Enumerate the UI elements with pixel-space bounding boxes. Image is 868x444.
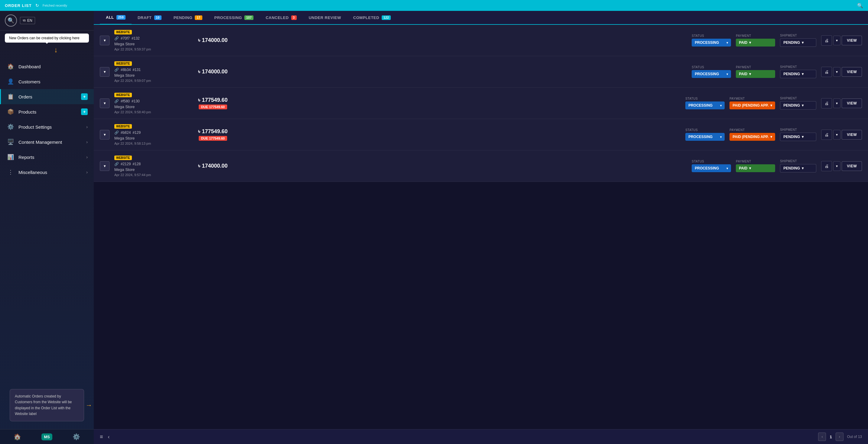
payment-select[interactable]: PAID ▾ <box>736 70 775 78</box>
website-badge: WEBSITE <box>114 124 132 129</box>
table-row: ▾ WEBSITE 🔗 #70f7 #132 Mega Store Apr 22… <box>94 25 868 56</box>
order-checkbox[interactable]: ▾ <box>100 161 110 171</box>
amount-due: DUE 177549.60 <box>199 104 227 109</box>
dropdown-button[interactable]: ▾ <box>833 130 840 140</box>
table-row: ▾ WEBSITE 🔗 #8b34 #131 Mega Store Apr 22… <box>94 56 868 88</box>
shipment-value: PENDING <box>783 166 800 170</box>
tab-draft[interactable]: DRAFT 10 <box>131 11 167 24</box>
order-checkbox[interactable]: ▾ <box>100 130 110 140</box>
order-date: Apr 22 2024, 9:58:40 pm <box>114 110 181 114</box>
status-select[interactable]: PROCESSING ▾ <box>685 101 725 109</box>
dashboard-icon: 🏠 <box>7 63 14 70</box>
order-info: WEBSITE 🔗 #b824 #129 Mega Store Apr 22 2… <box>114 124 181 145</box>
sidebar-item-customers[interactable]: 👤 Customers <box>0 74 94 89</box>
ms-badge[interactable]: MS <box>41 434 52 440</box>
tab-pending[interactable]: PENDING 17 <box>167 11 208 24</box>
status-select[interactable]: PROCESSING ▾ <box>692 164 731 172</box>
print-button[interactable]: 🖨 <box>821 161 832 171</box>
bottom-bar: ≡ ‹ ‹ 1 › Out of 13 <box>94 429 868 444</box>
orders-add-button[interactable]: + <box>81 93 88 100</box>
next-page-button[interactable]: › <box>836 433 843 441</box>
chevron-right-icon: › <box>86 140 88 144</box>
shipment-select[interactable]: PENDING ▾ <box>780 70 816 78</box>
order-checkbox[interactable]: ▾ <box>100 36 110 45</box>
view-button[interactable]: VIEW <box>842 130 862 140</box>
print-button[interactable]: 🖨 <box>821 67 832 77</box>
sidebar-item-product-settings[interactable]: ⚙️ Product Settings › <box>0 119 94 134</box>
status-group: Status PROCESSING ▾ <box>692 66 731 78</box>
dropdown-button[interactable]: ▾ <box>833 67 840 77</box>
action-buttons: 🖨 ▾ VIEW <box>821 98 862 108</box>
settings-bottom-icon[interactable]: ⚙️ <box>72 433 80 440</box>
print-button[interactable]: 🖨 <box>821 130 832 140</box>
dropdown-button[interactable]: ▾ <box>833 36 840 45</box>
tab-completed[interactable]: COMPLETED 122 <box>347 11 397 24</box>
sidebar-item-reports[interactable]: 📊 Reports › <box>0 149 94 165</box>
order-store: Mega Store <box>114 42 181 46</box>
tab-processing-badge: 107 <box>244 15 253 20</box>
chevron-down-icon: ▾ <box>749 40 751 45</box>
payment-select[interactable]: PAID ▾ <box>736 164 775 172</box>
view-button[interactable]: VIEW <box>842 161 862 171</box>
amount-value: ৳ 174000.00 <box>186 69 240 75</box>
product-settings-icon: ⚙️ <box>7 124 14 130</box>
print-button[interactable]: 🖨 <box>821 35 832 45</box>
sidebar-search-button[interactable]: 🔍 <box>5 14 17 27</box>
refresh-icon[interactable]: ↻ <box>35 3 39 8</box>
tab-processing[interactable]: PROCESSING 107 <box>208 11 260 24</box>
order-info: WEBSITE 🔗 #70f7 #132 Mega Store Apr 22 2… <box>114 30 181 51</box>
payment-select[interactable]: PAID ▾ <box>736 39 775 46</box>
products-add-button[interactable]: + <box>81 108 88 115</box>
orders-icon: 📋 <box>7 93 14 100</box>
tab-under-review[interactable]: UNDER REVIEW <box>303 11 347 24</box>
dropdown-button[interactable]: ▾ <box>833 99 840 108</box>
sidebar-item-miscellaneous[interactable]: ⋮ Miscellaneous › <box>0 165 94 180</box>
tab-all-label: ALL <box>106 15 114 20</box>
order-list-title: ORDER LIST <box>5 3 32 8</box>
shipment-select[interactable]: PENDING ▾ <box>780 133 816 141</box>
search-icon[interactable]: 🔍 <box>857 3 863 8</box>
order-icon: 🔗 <box>114 131 119 135</box>
sidebar-item-dashboard[interactable]: 🏠 Dashboard <box>0 59 94 74</box>
shipment-select[interactable]: PENDING ▾ <box>780 164 816 172</box>
action-buttons: 🖨 ▾ VIEW <box>821 161 862 171</box>
back-arrow-icon[interactable]: ‹ <box>108 434 110 440</box>
chevron-right-icon: › <box>86 155 88 160</box>
order-checkbox[interactable]: ▾ <box>100 67 110 77</box>
view-button[interactable]: VIEW <box>842 67 862 77</box>
status-select[interactable]: PROCESSING ▾ <box>692 39 731 46</box>
print-button[interactable]: 🖨 <box>821 98 832 108</box>
order-info: WEBSITE 🔗 #2129 #128 Mega Store Apr 22 2… <box>114 155 181 177</box>
order-icon: 🔗 <box>114 99 119 103</box>
home-bottom-icon[interactable]: 🏠 <box>13 433 21 440</box>
tab-canceled[interactable]: CANCELED 3 <box>259 11 303 24</box>
tab-all[interactable]: ALL 259 <box>100 11 131 25</box>
sidebar-item-products[interactable]: 📦 Products + <box>0 104 94 119</box>
shipment-value: PENDING <box>783 40 800 45</box>
bottom-left: ≡ ‹ <box>100 434 110 440</box>
sidebar-item-content-management[interactable]: 🖥️ Content Management › <box>0 134 94 149</box>
payment-select[interactable]: PAID (PENDING APP. ▾ <box>730 101 775 109</box>
customers-icon: 👤 <box>7 78 14 85</box>
tab-canceled-label: CANCELED <box>266 15 288 20</box>
sidebar-item-orders[interactable]: 📋 Orders + <box>0 89 94 104</box>
language-badge[interactable]: বাং EN <box>20 17 35 24</box>
chevron-right-icon: › <box>86 125 88 129</box>
view-button[interactable]: VIEW <box>842 36 862 45</box>
status-select[interactable]: PROCESSING ▾ <box>685 133 725 141</box>
order-hash2: #132 <box>131 36 140 40</box>
sidebar-bottom: 🏠 MS ⚙️ <box>0 429 94 444</box>
view-button[interactable]: VIEW <box>842 99 862 108</box>
shipment-select[interactable]: PENDING ▾ <box>780 38 816 47</box>
order-info: WEBSITE 🔗 #f580 #130 Mega Store Apr 22 2… <box>114 93 181 114</box>
payment-select[interactable]: PAID (PENDING APP. ▾ <box>730 133 775 141</box>
order-checkbox[interactable]: ▾ <box>100 99 110 108</box>
order-amount: ৳ 174000.00 <box>186 163 240 169</box>
status-group: Status PROCESSING ▾ <box>692 34 731 46</box>
prev-page-button[interactable]: ‹ <box>818 433 826 441</box>
status-select[interactable]: PROCESSING ▾ <box>692 70 731 78</box>
order-ids: 🔗 #b824 #129 <box>114 131 181 135</box>
shipment-select[interactable]: PENDING ▾ <box>780 101 816 110</box>
dropdown-button[interactable]: ▾ <box>833 161 840 171</box>
hamburger-icon[interactable]: ≡ <box>100 434 103 440</box>
